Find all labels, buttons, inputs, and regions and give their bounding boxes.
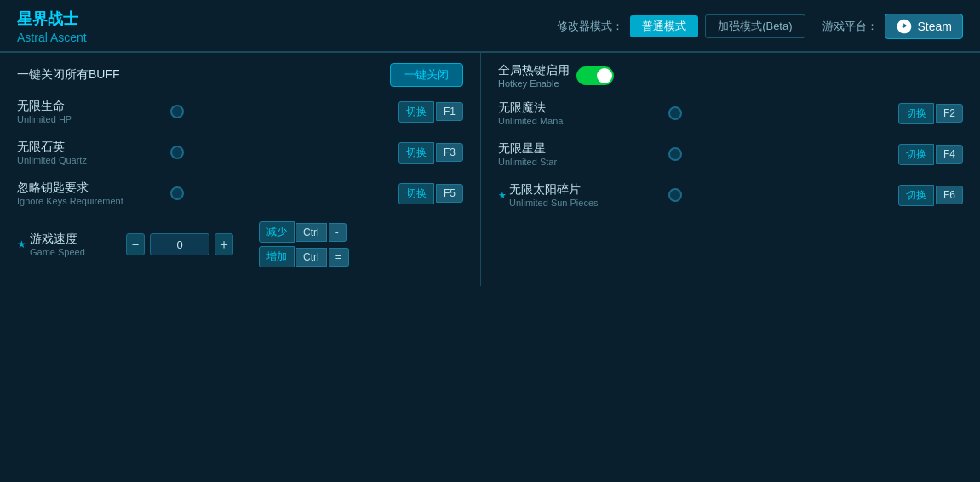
option-toggle-keys[interactable] <box>170 186 184 200</box>
key-badge-hp: F1 <box>436 102 463 121</box>
game-title-en: Astral Ascent <box>17 31 87 44</box>
platform-steam-button[interactable]: Steam <box>885 14 963 39</box>
platform-steam-label: Steam <box>918 20 952 33</box>
mode-label: 修改器模式： <box>557 19 623 34</box>
title-block: 星界战士 Astral Ascent <box>17 9 87 44</box>
option-toggle-quartz[interactable] <box>170 146 184 159</box>
switch-button-quartz[interactable]: 切换 <box>398 142 434 164</box>
key-badge-mana: F2 <box>936 104 963 123</box>
option-labels-keys: 忽略钥匙要求 Ignore Keys Requirement <box>17 181 170 206</box>
speed-plus-button[interactable]: ＋ <box>215 233 233 255</box>
option-en-star: Unlimited Star <box>498 157 668 167</box>
left-panel: 一键关闭所有BUFF 一键关闭 无限生命 Unlimited HP 切换 F1 … <box>0 53 481 286</box>
header-controls: 修改器模式： 普通模式 加强模式(Beta) 游戏平台： Steam <box>557 14 963 39</box>
speed-ctrl-badge-decrease: Ctrl <box>296 223 327 242</box>
hotkey-toggle[interactable] <box>576 66 614 85</box>
speed-labels: ★ 游戏速度 Game Speed <box>17 232 119 257</box>
speed-star-icon: ★ <box>17 238 26 250</box>
key-badge-keys: F5 <box>436 184 463 203</box>
toggle-slider <box>576 66 614 85</box>
speed-input[interactable] <box>150 233 209 255</box>
speed-row: ★ 游戏速度 Game Speed － ＋ 减少 Ctrl - <box>17 221 463 267</box>
speed-decrease-row: 减少 Ctrl - <box>259 221 349 243</box>
hotkey-bar: 全局热键启用 Hotkey Enable <box>498 63 963 89</box>
mode-beta-button[interactable]: 加强模式(Beta) <box>705 14 805 38</box>
hotkey-title-block: 全局热键启用 Hotkey Enable <box>498 63 570 89</box>
option-cn-hp: 无限生命 <box>17 99 170 114</box>
speed-cn: 游戏速度 <box>30 232 85 247</box>
option-labels-quartz: 无限石英 Unlimited Quartz <box>17 140 170 165</box>
speed-increase-button[interactable]: 增加 <box>259 246 295 267</box>
speed-decrease-button[interactable]: 减少 <box>259 221 295 243</box>
game-title-cn: 星界战士 <box>17 9 87 29</box>
option-labels-mana: 无限魔法 Unlimited Mana <box>498 100 668 126</box>
key-group-quartz: 切换 F3 <box>398 142 463 164</box>
right-panel: 全局热键启用 Hotkey Enable 无限魔法 Unlimited Mana… <box>481 53 980 286</box>
option-toggle-star[interactable] <box>668 147 682 161</box>
hotkey-cn: 全局热键启用 <box>498 63 570 78</box>
key-group-sun: 切换 F6 <box>898 185 963 206</box>
key-group-star: 切换 F4 <box>898 144 963 165</box>
option-row-quartz: 无限石英 Unlimited Quartz 切换 F3 <box>17 140 463 165</box>
switch-button-mana[interactable]: 切换 <box>898 103 934 124</box>
hotkey-left: 全局热键启用 Hotkey Enable <box>498 63 614 89</box>
option-row-keys: 忽略钥匙要求 Ignore Keys Requirement 切换 F5 <box>17 181 463 206</box>
speed-en: Game Speed <box>30 247 85 257</box>
mode-normal-button[interactable]: 普通模式 <box>630 15 698 37</box>
sun-star-icon: ★ <box>498 190 507 201</box>
speed-minus-button[interactable]: － <box>126 233 145 255</box>
option-en-keys: Ignore Keys Requirement <box>17 196 170 206</box>
speed-increase-row: 增加 Ctrl = <box>259 246 349 267</box>
option-toggle-hp[interactable] <box>170 105 184 118</box>
key-badge-sun: F6 <box>936 186 963 204</box>
option-labels-star: 无限星星 Unlimited Star <box>498 141 668 167</box>
option-en-quartz: Unlimited Quartz <box>17 155 170 165</box>
key-group-hp: 切换 F1 <box>398 101 463 123</box>
speed-controls: － ＋ <box>126 233 233 255</box>
option-en-sun: Unlimited Sun Pieces <box>509 198 599 208</box>
option-toggle-mana[interactable] <box>668 106 682 120</box>
option-row-star: 无限星星 Unlimited Star 切换 F4 <box>498 141 963 167</box>
key-badge-quartz: F3 <box>436 143 463 162</box>
key-group-keys: 切换 F5 <box>398 183 463 204</box>
speed-key-minus-badge: - <box>329 223 347 242</box>
option-en-mana: Unlimited Mana <box>498 116 668 126</box>
key-group-mana: 切换 F2 <box>898 103 963 124</box>
option-cn-keys: 忽略钥匙要求 <box>17 181 170 196</box>
buff-label: 一键关闭所有BUFF <box>17 67 120 83</box>
option-labels-sun: ★ 无限太阳碎片 Unlimited Sun Pieces <box>498 182 668 208</box>
switch-button-hp[interactable]: 切换 <box>398 101 434 123</box>
switch-button-sun[interactable]: 切换 <box>898 185 934 206</box>
option-cn-sun: 无限太阳碎片 <box>509 182 599 198</box>
option-cn-quartz: 无限石英 <box>17 140 170 155</box>
option-en-hp: Unlimited HP <box>17 114 170 124</box>
speed-key-equals-badge: = <box>329 248 349 267</box>
speed-key-group: 减少 Ctrl - 增加 Ctrl = <box>259 221 349 267</box>
key-badge-star: F4 <box>936 145 963 164</box>
hotkey-en: Hotkey Enable <box>498 78 570 89</box>
switch-button-keys[interactable]: 切换 <box>398 183 434 204</box>
switch-button-star[interactable]: 切换 <box>898 144 934 165</box>
buff-bar: 一键关闭所有BUFF 一键关闭 <box>17 63 463 87</box>
option-row-sun: ★ 无限太阳碎片 Unlimited Sun Pieces 切换 F6 <box>498 182 963 208</box>
main-content: 一键关闭所有BUFF 一键关闭 无限生命 Unlimited HP 切换 F1 … <box>0 53 980 286</box>
option-row-hp: 无限生命 Unlimited HP 切换 F1 <box>17 99 463 124</box>
option-cn-mana: 无限魔法 <box>498 100 668 116</box>
buff-close-button[interactable]: 一键关闭 <box>390 63 463 87</box>
mode-section: 修改器模式： 普通模式 加强模式(Beta) <box>557 14 805 38</box>
steam-icon <box>896 18 913 35</box>
platform-section: 游戏平台： Steam <box>822 14 963 39</box>
option-toggle-sun[interactable] <box>668 188 682 202</box>
option-row-mana: 无限魔法 Unlimited Mana 切换 F2 <box>498 100 963 126</box>
platform-label: 游戏平台： <box>822 19 878 34</box>
speed-ctrl-badge-increase: Ctrl <box>296 248 327 267</box>
option-labels-hp: 无限生命 Unlimited HP <box>17 99 170 124</box>
option-cn-star: 无限星星 <box>498 141 668 157</box>
